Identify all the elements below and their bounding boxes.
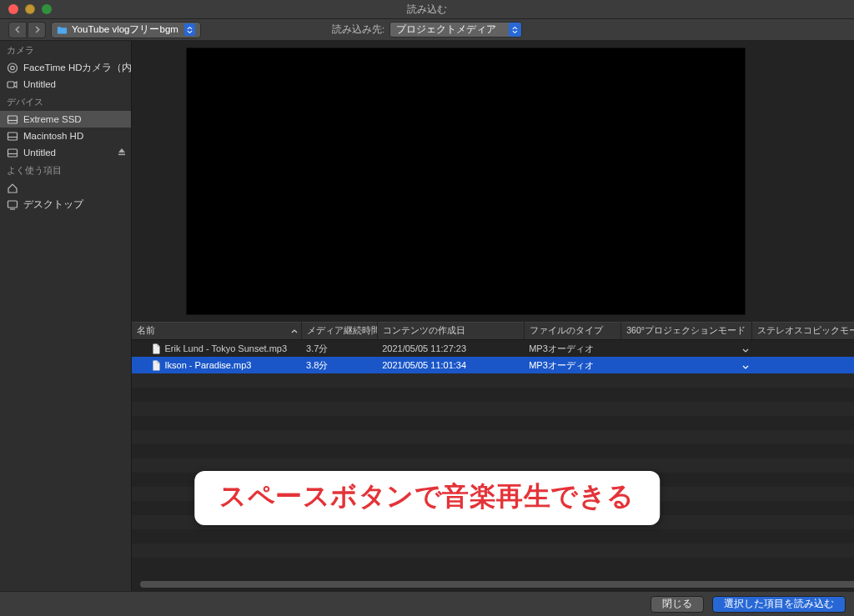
svg-rect-7 — [8, 149, 18, 157]
svg-rect-9 — [118, 154, 125, 156]
import-target-controls: 読み込み先: プロジェクトメディア — [332, 22, 522, 38]
table-row[interactable]: Erik Lund - Tokyo Sunset.mp33.7分2021/05/… — [132, 340, 855, 358]
window-title: 読み込む — [407, 3, 447, 17]
file-table: 名前 メディア継続時間 コンテンツの作成日 ファイルのタイプ 360°プロジェク… — [132, 322, 855, 572]
breadcrumb-dropdown-icon — [184, 23, 195, 36]
col-proj360[interactable]: 360°プロジェクションモード — [621, 323, 752, 340]
titlebar: 読み込む — [0, 0, 854, 19]
table-row-empty — [132, 529, 855, 543]
window-traffic-lights — [8, 4, 52, 14]
footer: 閉じる 選択した項目を読み込む — [0, 591, 854, 616]
svg-rect-3 — [8, 116, 18, 123]
svg-rect-5 — [8, 133, 18, 140]
sidebar-item-label: Macintosh HD — [23, 131, 83, 141]
disk-icon — [7, 148, 18, 158]
minimize-window-button[interactable] — [25, 4, 35, 14]
table-row-empty — [132, 558, 855, 572]
desktop-icon — [7, 199, 18, 210]
cell-proj360[interactable] — [621, 357, 752, 373]
svg-rect-2 — [8, 82, 14, 88]
chevron-down-icon — [742, 344, 749, 354]
cell-proj360[interactable] — [621, 340, 752, 358]
sidebar-item-label: Untitled — [23, 148, 56, 158]
sidebar-item-label: FaceTime HDカメラ（内… — [23, 62, 131, 74]
cell-created: 2021/05/05 11:01:34 — [377, 357, 524, 373]
sidebar-item-label: Untitled — [23, 79, 56, 89]
col-type[interactable]: ファイルのタイプ — [524, 323, 621, 340]
table-row-empty — [132, 543, 855, 558]
file-browser: 名前 メディア継続時間 コンテンツの作成日 ファイルのタイプ 360°プロジェク… — [132, 322, 855, 591]
svg-rect-10 — [8, 201, 18, 208]
camera-icon — [7, 63, 18, 73]
table-row-empty — [132, 416, 855, 430]
sidebar-item-extreme-ssd[interactable]: Extreme SSD — [0, 111, 131, 128]
preview-pane — [186, 48, 746, 315]
disk-icon — [7, 131, 18, 142]
chevron-left-icon — [14, 26, 22, 33]
zoom-window-button[interactable] — [42, 4, 52, 14]
svg-point-1 — [11, 66, 14, 69]
sidebar: カメラ FaceTime HDカメラ（内… Untitled デバイス Extr… — [0, 41, 132, 591]
camcorder-icon — [7, 79, 18, 90]
table-row-empty — [132, 430, 855, 444]
cell-duration: 3.7分 — [301, 340, 377, 358]
sidebar-header-favorites: よく使う項目 — [0, 161, 131, 179]
cell-created: 2021/05/05 11:27:23 — [377, 340, 524, 358]
horizontal-scrollbar[interactable] — [140, 581, 846, 588]
annotation-callout: スペースボタンで音楽再生できる — [194, 471, 660, 525]
sidebar-item-label: デスクトップ — [23, 198, 83, 211]
sidebar-item-desktop[interactable]: デスクトップ — [0, 196, 131, 213]
scroll-thumb[interactable] — [140, 581, 855, 588]
close-window-button[interactable] — [8, 4, 18, 14]
eject-icon[interactable] — [118, 148, 126, 158]
select-arrows-icon — [509, 23, 521, 37]
folder-icon — [57, 25, 68, 34]
sidebar-item-label: Extreme SSD — [23, 114, 82, 124]
cell-type: MP3オーディオ — [524, 357, 621, 373]
chevron-down-icon — [742, 361, 749, 371]
forward-button[interactable] — [28, 22, 46, 38]
import-target-select[interactable]: プロジェクトメディア — [389, 22, 522, 38]
nav-buttons — [8, 22, 46, 38]
file-cell: Erik Lund - Tokyo Sunset.mp3 — [137, 343, 297, 354]
file-name: Ikson - Paradise.mp3 — [165, 360, 252, 370]
col-name[interactable]: 名前 — [132, 323, 302, 340]
file-cell: Ikson - Paradise.mp3 — [137, 360, 297, 371]
import-target-label: 読み込み先: — [332, 23, 384, 36]
cell-stereo[interactable] — [752, 357, 854, 373]
file-name: Erik Lund - Tokyo Sunset.mp3 — [165, 343, 288, 353]
sidebar-header-cameras: カメラ — [0, 41, 131, 59]
import-selected-button[interactable]: 選択した項目を読み込む — [712, 596, 846, 613]
home-icon — [7, 183, 18, 193]
col-stereo[interactable]: ステレオスコピックモード — [752, 323, 854, 340]
col-created[interactable]: コンテンツの作成日 — [377, 323, 524, 340]
table-row-empty — [132, 373, 855, 388]
sort-indicator-icon — [291, 326, 298, 336]
col-duration[interactable]: メディア継続時間 — [301, 323, 377, 340]
import-target-value: プロジェクトメディア — [396, 23, 496, 36]
sidebar-item-home[interactable] — [0, 179, 131, 196]
close-button[interactable]: 閉じる — [651, 596, 704, 613]
back-button[interactable] — [8, 22, 27, 38]
chevron-right-icon — [33, 26, 41, 33]
sidebar-header-devices: デバイス — [0, 93, 131, 111]
sidebar-item-macintosh-hd[interactable]: Macintosh HD — [0, 128, 131, 144]
sidebar-item-untitled-dev[interactable]: Untitled — [0, 144, 131, 161]
folder-breadcrumb[interactable]: YouTube vlogフリーbgm — [51, 22, 201, 38]
table-row-empty — [132, 402, 855, 416]
table-row[interactable]: Ikson - Paradise.mp33.8分2021/05/05 11:01… — [132, 357, 855, 373]
cell-type: MP3オーディオ — [524, 340, 621, 358]
cell-stereo[interactable] — [752, 340, 854, 358]
toolbar: YouTube vlogフリーbgm 読み込み先: プロジェクトメディア — [0, 19, 854, 41]
sidebar-item-untitled-cam[interactable]: Untitled — [0, 76, 131, 93]
svg-point-0 — [8, 63, 18, 73]
table-row-empty — [132, 388, 855, 402]
disk-icon — [7, 114, 18, 125]
table-row-empty — [132, 444, 855, 458]
sidebar-item-facetime[interactable]: FaceTime HDカメラ（内… — [0, 59, 131, 76]
breadcrumb-label: YouTube vlogフリーbgm — [72, 23, 178, 36]
cell-duration: 3.8分 — [301, 357, 377, 373]
